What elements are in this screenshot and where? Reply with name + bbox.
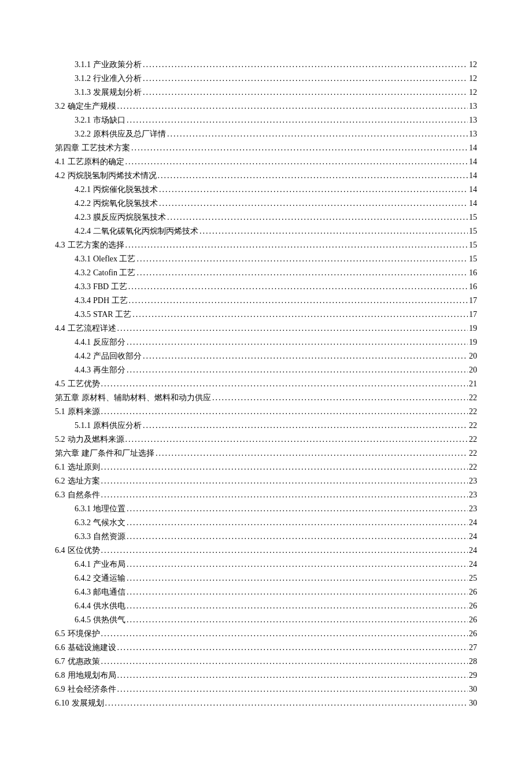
toc-title: 建厂条件和厂址选择 [82, 446, 154, 460]
toc-entry[interactable]: 4.4.2产品回收部分20 [55, 349, 477, 363]
toc-entry[interactable]: 4.3.5STAR 工艺17 [55, 308, 477, 322]
toc-number: 4.3.2 [75, 266, 91, 280]
toc-entry[interactable]: 4.3.1Oleflex 工艺15 [55, 252, 477, 266]
toc-title: 原料供应及总厂详情 [93, 127, 166, 141]
toc-page-number: 16 [468, 266, 477, 280]
toc-leader-dots [131, 141, 468, 155]
toc-entry[interactable]: 4.2.1丙烷催化脱氢技术14 [55, 183, 477, 197]
toc-entry[interactable]: 6.4.4供水供电26 [55, 599, 477, 613]
toc-entry[interactable]: 3.2确定生产规模13 [55, 99, 477, 113]
toc-page-number: 22 [468, 446, 477, 460]
toc-leader-dots [143, 419, 468, 433]
toc-leader-dots [158, 169, 468, 183]
toc-leader-dots [127, 571, 468, 585]
toc-entry[interactable]: 4.4工艺流程详述19 [55, 322, 477, 335]
toc-number: 4.1 [55, 155, 65, 169]
toc-number: 5.1 [55, 405, 65, 419]
toc-leader-dots [117, 322, 468, 335]
toc-entry[interactable]: 3.1.1产业政策分析12 [55, 58, 477, 72]
toc-title: 市场缺口 [93, 113, 125, 127]
toc-leader-dots [128, 280, 468, 294]
toc-number: 4.2.2 [75, 197, 91, 211]
toc-number: 4.2 [55, 169, 65, 183]
toc-number: 第六章 [55, 446, 79, 460]
toc-title: 自然资源 [93, 530, 125, 544]
toc-page-number: 28 [468, 655, 477, 669]
toc-page-number: 22 [468, 433, 477, 446]
toc-number: 6.1 [55, 460, 65, 474]
toc-title: 用地规划布局 [68, 669, 116, 682]
toc-leader-dots [127, 516, 468, 530]
toc-entry[interactable]: 第四章工艺技术方案14 [55, 141, 477, 155]
toc-title: 产品回收部分 [93, 349, 142, 363]
toc-entry[interactable]: 第六章建厂条件和厂址选择22 [55, 446, 477, 460]
toc-number: 3.2.2 [75, 127, 91, 141]
toc-entry[interactable]: 6.8用地规划布局29 [55, 669, 477, 682]
toc-entry[interactable]: 5.2动力及燃料来源22 [55, 433, 477, 446]
toc-entry[interactable]: 6.10发展规划30 [55, 696, 477, 710]
toc-page-number: 14 [468, 141, 477, 155]
toc-entry[interactable]: 4.3.4PDH 工艺17 [55, 294, 477, 308]
toc-entry[interactable]: 4.3工艺方案的选择15 [55, 238, 477, 252]
toc-number: 4.3 [55, 238, 65, 252]
toc-entry[interactable]: 5.1.1原料供应分析22 [55, 419, 477, 433]
toc-page-number: 14 [468, 197, 477, 211]
toc-entry[interactable]: 6.7优惠政策28 [55, 655, 477, 669]
toc-page-number: 12 [468, 86, 477, 99]
toc-entry[interactable]: 第五章原材料、辅助材料、燃料和动力供应22 [55, 391, 477, 405]
toc-entry[interactable]: 6.4.5供热供气26 [55, 613, 477, 627]
toc-leader-dots [167, 211, 468, 224]
toc-page-number: 24 [468, 530, 477, 544]
toc-entry[interactable]: 3.2.1市场缺口13 [55, 113, 477, 127]
toc-leader-dots [137, 266, 468, 280]
toc-entry[interactable]: 6.3自然条件23 [55, 488, 477, 502]
toc-leader-dots [127, 530, 468, 544]
toc-leader-dots [167, 127, 468, 141]
toc-entry[interactable]: 4.1工艺原料的确定14 [55, 155, 477, 169]
toc-entry[interactable]: 6.5环境保护26 [55, 627, 477, 641]
toc-entry[interactable]: 6.6基础设施建设27 [55, 641, 477, 655]
toc-entry[interactable]: 6.4.2交通运输25 [55, 571, 477, 585]
toc-entry[interactable]: 4.4.3再生部分20 [55, 363, 477, 377]
toc-page-number: 13 [468, 113, 477, 127]
toc-entry[interactable]: 4.4.1反应部分19 [55, 335, 477, 349]
toc-page-number: 22 [468, 391, 477, 405]
toc-leader-dots [101, 655, 468, 669]
toc-entry[interactable]: 6.4区位优势24 [55, 544, 477, 558]
toc-leader-dots [127, 585, 468, 599]
toc-entry[interactable]: 4.3.2Catofin 工艺16 [55, 266, 477, 280]
toc-entry[interactable]: 4.2.4二氧化碳氧化丙烷制丙烯技术15 [55, 224, 477, 238]
toc-entry[interactable]: 4.3.3FBD 工艺16 [55, 280, 477, 294]
toc-entry[interactable]: 4.2.2丙烷氧化脱氢技术14 [55, 197, 477, 211]
toc-entry[interactable]: 3.1.2行业准入分析12 [55, 72, 477, 86]
toc-entry[interactable]: 6.4.3邮电通信26 [55, 585, 477, 599]
toc-entry[interactable]: 6.1选址原则22 [55, 460, 477, 474]
toc-title: 供水供电 [93, 599, 125, 613]
toc-number: 4.2.4 [75, 224, 91, 238]
toc-entry[interactable]: 6.9社会经济条件30 [55, 682, 477, 696]
toc-title: 社会经济条件 [68, 682, 116, 696]
toc-page-number: 20 [468, 363, 477, 377]
toc-entry[interactable]: 4.2.3膜反应丙烷脱氢技术15 [55, 211, 477, 224]
toc-entry[interactable]: 5.1原料来源22 [55, 405, 477, 419]
toc-leader-dots [127, 335, 468, 349]
toc-title: 区位优势 [68, 544, 100, 558]
toc-entry[interactable]: 4.2丙烷脱氢制丙烯技术情况14 [55, 169, 477, 183]
toc-number: 5.1.1 [75, 419, 91, 433]
toc-entry[interactable]: 4.5工艺优势21 [55, 377, 477, 391]
toc-title: 丙烷脱氢制丙烯技术情况 [68, 169, 157, 183]
toc-entry[interactable]: 6.2选址方案23 [55, 474, 477, 488]
toc-entry[interactable]: 3.1.3发展规划分析12 [55, 86, 477, 99]
toc-title: 发展规划 [72, 696, 104, 710]
toc-title: 膜反应丙烷脱氢技术 [93, 211, 166, 224]
toc-entry[interactable]: 6.3.1地理位置23 [55, 502, 477, 516]
toc-entry[interactable]: 6.3.2气候水文24 [55, 516, 477, 530]
toc-page-number: 15 [468, 211, 477, 224]
toc-title: 发展规划分析 [93, 86, 142, 99]
toc-entry[interactable]: 3.2.2原料供应及总厂详情13 [55, 127, 477, 141]
toc-entry[interactable]: 6.3.3自然资源24 [55, 530, 477, 544]
toc-page-number: 23 [468, 502, 477, 516]
toc-number: 6.4.1 [75, 558, 91, 571]
toc-entry[interactable]: 6.4.1产业布局24 [55, 558, 477, 571]
toc-number: 第四章 [55, 141, 79, 155]
